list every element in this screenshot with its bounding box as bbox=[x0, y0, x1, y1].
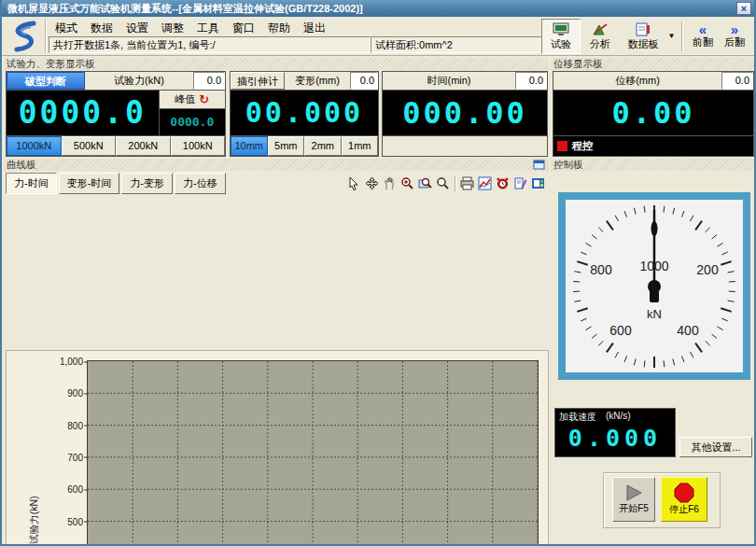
analyze-button[interactable]: 分析 bbox=[581, 19, 620, 54]
time-value-display: 000.00 bbox=[383, 91, 547, 135]
other-settings-button[interactable]: 其他设置... bbox=[679, 437, 752, 457]
screenshot-icon[interactable] bbox=[529, 175, 547, 192]
close-icon: × bbox=[741, 3, 747, 14]
remove-extensometer-button[interactable]: 摘引伸计 bbox=[231, 72, 285, 90]
y-tick-label: 800 bbox=[67, 420, 83, 430]
test-button[interactable]: 试验 bbox=[541, 19, 581, 54]
displacement-label: 位移(mm) bbox=[553, 72, 721, 90]
y-axis-label: 试验力(kN) bbox=[28, 496, 41, 543]
displacement-indicator: 0.0 bbox=[721, 72, 753, 90]
deform-value-display: 00.000 bbox=[231, 91, 378, 135]
databoard-icon bbox=[636, 22, 651, 36]
y-tick-label: 900 bbox=[67, 388, 83, 399]
break-judge-button[interactable]: 破型判断 bbox=[7, 72, 85, 90]
report-icon[interactable] bbox=[511, 175, 529, 192]
status-row: 共打开数据1条, 当前位置为1, 编号:/ 试样面积:0mm^2 bbox=[49, 36, 569, 53]
curve-chart-icon[interactable] bbox=[476, 175, 494, 192]
menu-window[interactable]: 窗口 bbox=[226, 19, 261, 35]
tab-force-deform[interactable]: 力-变形 bbox=[121, 173, 173, 194]
analyze-chart-icon bbox=[592, 22, 609, 36]
tab-force-time[interactable]: 力-时间 bbox=[6, 173, 57, 194]
menu-exit[interactable]: 退出 bbox=[297, 19, 332, 35]
peak-label: 峰值 bbox=[175, 92, 195, 106]
peak-value-display: 0000.0 bbox=[160, 109, 225, 134]
zoom-in-icon[interactable] bbox=[399, 175, 416, 192]
gauge-label-600: 600 bbox=[609, 323, 631, 338]
deform-indicator: 0.0 bbox=[350, 72, 378, 90]
force-label: 试验力(kN) bbox=[85, 72, 193, 90]
force-indicator: 0.0 bbox=[193, 72, 225, 90]
peak-refresh-icon[interactable]: ↻ bbox=[199, 92, 209, 106]
start-button[interactable]: 开始F5 bbox=[612, 477, 655, 522]
zoom-out-icon[interactable] bbox=[434, 175, 452, 192]
deform-range-1mm[interactable]: 1mm bbox=[342, 136, 379, 156]
menu-adjust[interactable]: 调整 bbox=[155, 19, 190, 35]
time-panel: 时间(min) 0.0 000.00 bbox=[382, 71, 548, 157]
gauge-label-800: 800 bbox=[590, 262, 611, 277]
force-range-200kn[interactable]: 200kN bbox=[116, 136, 171, 156]
time-indicator: 0.0 bbox=[515, 72, 547, 90]
alarm-icon[interactable] bbox=[494, 175, 511, 192]
force-gauge: 1000 200 400 600 800 kN bbox=[558, 192, 750, 380]
force-range-100kn[interactable]: 100kN bbox=[171, 136, 226, 156]
chart-area: 01002003004005006007008009001,000 00.10.… bbox=[6, 350, 549, 546]
curve-board-header: 曲线板 bbox=[4, 159, 549, 171]
y-tick-label: 500 bbox=[67, 516, 83, 526]
menu-mode[interactable]: 模式 bbox=[49, 19, 84, 35]
next-page-button[interactable]: » 后翻 bbox=[719, 19, 750, 54]
pan-move-icon[interactable] bbox=[363, 175, 381, 192]
main-toolbar: 试验 分析 数据板 ▼ « 前翻 » 后翻 bbox=[541, 19, 750, 54]
close-button[interactable]: × bbox=[736, 2, 751, 15]
force-value-display: 0000.0 bbox=[7, 91, 159, 135]
menu-bar: 模式 数据 设置 调整 工具 窗口 帮助 退出 bbox=[49, 19, 332, 35]
window-title: 微机屏显液压式万能试验机测量系统--[金属材料室温拉伸试验(GB/T228-20… bbox=[7, 3, 363, 14]
tab-deform-time[interactable]: 变形-时间 bbox=[59, 173, 120, 194]
displacement-value-display: 0.00 bbox=[553, 91, 753, 135]
force-range-1000kn[interactable]: 1000kN bbox=[7, 136, 62, 156]
app-logo-icon bbox=[6, 20, 41, 53]
gauge-label-400: 400 bbox=[677, 323, 698, 338]
load-speed-unit: (kN/s) bbox=[606, 411, 631, 424]
prev-page-button[interactable]: « 前翻 bbox=[687, 19, 719, 54]
specimen-area-field: 试样面积:0mm^2 bbox=[371, 36, 569, 53]
chart-plot-area[interactable] bbox=[87, 360, 539, 546]
databoard-button[interactable]: 数据板 bbox=[620, 19, 666, 54]
menu-settings[interactable]: 设置 bbox=[119, 19, 155, 35]
select-cursor-icon[interactable] bbox=[345, 175, 363, 192]
force-panel: 破型判断 试验力(kN) 0.0 0000.0 峰值 ↻ 0000.0 1000… bbox=[6, 71, 226, 157]
gauge-unit-label: kN bbox=[647, 307, 662, 321]
deform-range-10mm[interactable]: 10mm bbox=[231, 136, 268, 156]
y-tick-label: 600 bbox=[67, 484, 83, 495]
deform-range-2mm[interactable]: 2mm bbox=[304, 136, 342, 156]
open-data-status: 共打开数据1条, 当前位置为1, 编号:/ bbox=[49, 36, 371, 53]
toolbar-divider bbox=[681, 21, 682, 51]
app-window: 微机屏显液压式万能试验机测量系统--[金属材料室温拉伸试验(GB/T228-20… bbox=[0, 0, 756, 546]
double-chevron-right-icon: » bbox=[731, 23, 738, 35]
stop-button[interactable]: 停止F6 bbox=[661, 477, 707, 522]
hand-tool-icon[interactable] bbox=[381, 175, 399, 192]
maximize-icon[interactable] bbox=[533, 160, 545, 170]
gauge-label-200: 200 bbox=[696, 262, 718, 277]
menu-tools[interactable]: 工具 bbox=[190, 19, 226, 35]
deform-range-5mm[interactable]: 5mm bbox=[268, 136, 305, 156]
stop-octagon-icon bbox=[673, 483, 695, 503]
gauge-label-1000: 1000 bbox=[639, 259, 668, 273]
display-board-header: 试验力、变形显示板 bbox=[4, 58, 549, 70]
tab-force-displacement[interactable]: 力-位移 bbox=[175, 173, 226, 194]
menu-help[interactable]: 帮助 bbox=[261, 19, 297, 35]
zoom-window-icon[interactable] bbox=[416, 175, 434, 192]
menu-data[interactable]: 数据 bbox=[84, 19, 119, 35]
deform-label: 变形(mm) bbox=[285, 72, 350, 90]
program-control-label: 程控 bbox=[572, 139, 593, 153]
databoard-dropdown-icon[interactable]: ▼ bbox=[666, 19, 677, 54]
y-tick-label: 1,000 bbox=[60, 357, 83, 367]
load-speed-value: 0.000 bbox=[555, 424, 675, 454]
load-speed-label: 加载速度 bbox=[559, 411, 596, 424]
print-icon[interactable] bbox=[458, 175, 476, 192]
mode-indicator-icon bbox=[557, 141, 567, 151]
force-range-500kn[interactable]: 500kN bbox=[62, 136, 117, 156]
displacement-panel: 位移(mm) 0.0 0.00 程控 bbox=[553, 71, 754, 157]
displacement-board-header: 位移显示板 bbox=[551, 58, 756, 70]
y-tick-label: 700 bbox=[67, 452, 83, 462]
curve-toolbar-divider bbox=[455, 176, 455, 191]
